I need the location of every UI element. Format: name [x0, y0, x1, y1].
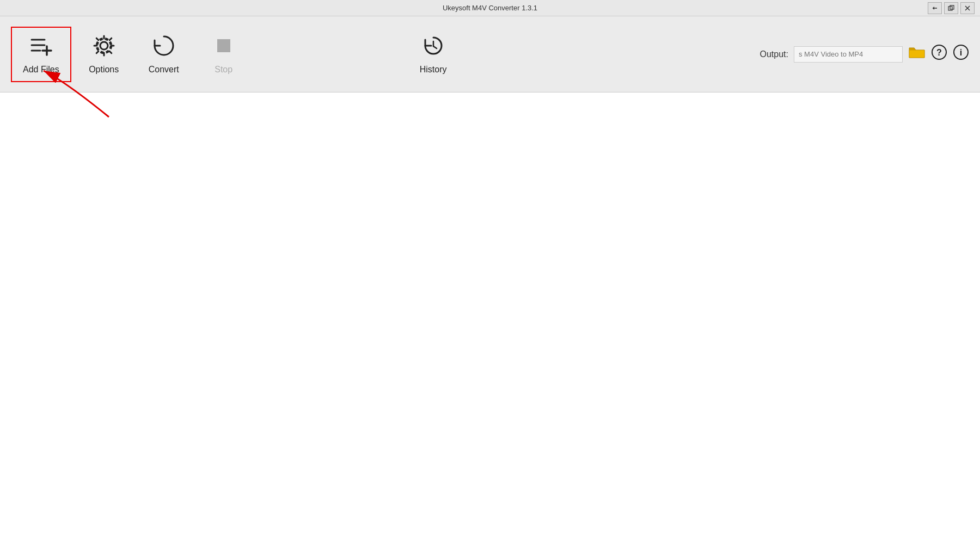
svg-point-11	[97, 39, 111, 53]
svg-point-10	[100, 42, 108, 50]
toolbar: Add Files Options Convert	[0, 16, 980, 92]
options-label: Options	[89, 65, 119, 75]
add-list-icon	[29, 34, 52, 60]
svg-line-14	[433, 46, 437, 48]
help-icon[interactable]: ?	[931, 44, 947, 64]
svg-text:?: ?	[936, 48, 942, 57]
history-label: History	[420, 65, 447, 75]
history-button[interactable]: History	[406, 29, 461, 80]
minimize-button[interactable]	[928, 2, 942, 14]
svg-text:i: i	[960, 48, 962, 57]
window-controls	[928, 2, 975, 14]
close-button[interactable]	[960, 2, 975, 14]
app-title: Ukeysoft M4V Converter 1.3.1	[443, 4, 537, 12]
stop-icon	[212, 34, 235, 60]
convert-button[interactable]: Convert	[137, 29, 191, 80]
title-bar: Ukeysoft M4V Converter 1.3.1	[0, 0, 980, 16]
svg-rect-12	[217, 39, 230, 52]
history-icon	[422, 34, 445, 60]
stop-label: Stop	[215, 65, 232, 75]
add-files-button[interactable]: Add Files	[11, 27, 71, 82]
output-label: Output:	[760, 50, 788, 59]
main-content	[0, 92, 980, 544]
svg-marker-0	[933, 7, 934, 10]
convert-label: Convert	[149, 65, 179, 75]
output-area: Output: ? i	[760, 44, 969, 64]
stop-button[interactable]: Stop	[197, 29, 251, 80]
convert-icon	[152, 34, 175, 60]
options-button[interactable]: Options	[77, 29, 131, 80]
info-icon[interactable]: i	[953, 44, 969, 64]
browse-folder-icon[interactable]	[908, 45, 926, 64]
restore-button[interactable]	[944, 2, 958, 14]
add-files-label: Add Files	[23, 65, 59, 75]
gear-icon	[93, 34, 115, 60]
output-path-input[interactable]	[794, 46, 903, 63]
